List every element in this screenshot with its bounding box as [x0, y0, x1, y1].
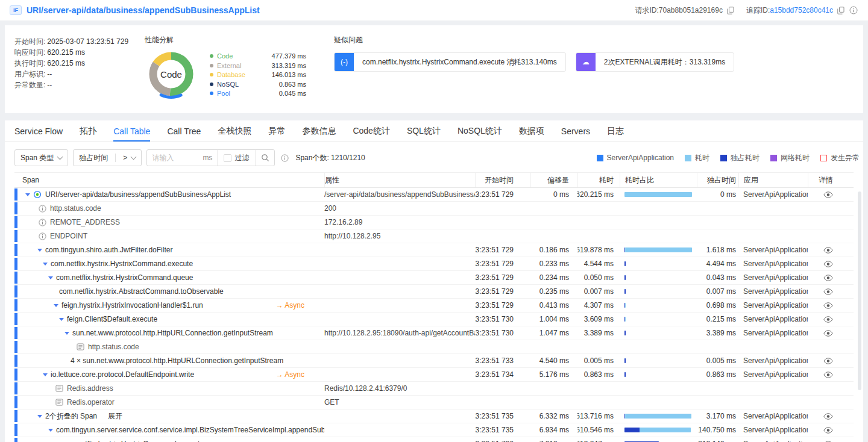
- tab-全栈快照[interactable]: 全栈快照: [218, 120, 251, 142]
- issue-box[interactable]: (-)com.netflix.hystrix.HystrixCommand.ex…: [334, 52, 566, 72]
- view-detail-button[interactable]: [823, 316, 833, 323]
- view-detail-button[interactable]: [823, 302, 833, 309]
- expand-caret-icon[interactable]: [37, 415, 42, 418]
- duration-value: 619.878 ms: [577, 243, 620, 257]
- table-row[interactable]: ENDPOINThttp://10.128.2.95: [14, 229, 854, 243]
- exclusive-time-select[interactable]: 独占时间 >: [73, 149, 142, 166]
- legend-swatch: [770, 155, 777, 161]
- expand-caret-icon[interactable]: [54, 304, 58, 307]
- vertical-scrollbar[interactable]: [858, 191, 861, 390]
- view-detail-button[interactable]: [823, 275, 833, 281]
- view-detail-button[interactable]: [823, 261, 833, 267]
- offset-value: 7.012 ms: [530, 437, 577, 442]
- trace-id-link[interactable]: a15bdd752c80c41c: [770, 6, 833, 14]
- filter-label: 过滤: [234, 153, 249, 163]
- table-row[interactable]: com.netflix.hystrix.AbstractCommand.toOb…: [14, 285, 854, 299]
- tab-nosql统计[interactable]: NoSQL统计: [458, 120, 502, 142]
- view-detail-button[interactable]: [823, 372, 833, 378]
- threshold-input[interactable]: [147, 154, 203, 162]
- expand-collapsed-link[interactable]: 展开: [108, 411, 122, 422]
- view-detail-button[interactable]: [823, 191, 833, 198]
- expand-caret-icon[interactable]: [64, 332, 69, 335]
- issue-text: 2次EXTERNAL调用耗时：313.319ms: [596, 57, 734, 67]
- copy-request-id-icon[interactable]: [726, 5, 735, 15]
- view-detail-button[interactable]: [823, 288, 833, 295]
- attribute-value: 172.16.2.89: [324, 216, 475, 229]
- tab-数据项[interactable]: 数据项: [519, 120, 544, 142]
- tab-call-tree[interactable]: Call Tree: [167, 120, 201, 142]
- tab-sql统计[interactable]: SQL统计: [407, 120, 441, 142]
- uri-type-badge: IF: [10, 5, 22, 15]
- span-count-info-icon[interactable]: [280, 153, 289, 163]
- duration-bar: [624, 261, 626, 266]
- table-row[interactable]: http.status.code200: [14, 202, 854, 216]
- info-icon[interactable]: [849, 5, 858, 15]
- expand-caret-icon[interactable]: [43, 373, 48, 376]
- tab-call-table[interactable]: Call Table: [113, 120, 150, 142]
- legend-label: 耗时: [695, 153, 709, 163]
- table-row[interactable]: com.tingyun.shiro.auth.JwtFilter.doFilte…: [14, 243, 854, 257]
- table-row[interactable]: REMOTE_ADDRESS172.16.2.89: [14, 216, 854, 229]
- tab-service-flow[interactable]: Service Flow: [14, 120, 63, 142]
- exclusive-value: [697, 396, 738, 409]
- expand-caret-icon[interactable]: [48, 429, 53, 432]
- table-row[interactable]: 2个折叠的 Span展开13:23:51 7356.332 ms613.716 …: [14, 409, 854, 423]
- offset-value: [530, 202, 577, 215]
- table-row[interactable]: io.lettuce.core.protocol.DefaultEndpoint…: [14, 368, 854, 382]
- tab-日志[interactable]: 日志: [607, 120, 624, 142]
- call-table-body: URI/server-api/data/business/appendSubBu…: [14, 188, 854, 442]
- info-icon: [39, 232, 46, 240]
- tab-异常[interactable]: 异常: [268, 120, 285, 142]
- view-detail-button[interactable]: [823, 413, 833, 420]
- legend-name: Database: [217, 71, 245, 78]
- tab-servers[interactable]: Servers: [561, 120, 590, 142]
- table-row[interactable]: com.tingyun.server.service.conf.service.…: [14, 423, 854, 437]
- table-row[interactable]: URI/server-api/data/business/appendSubBu…: [14, 188, 854, 202]
- top-bar: IF URI/server-api/data/business/appendSu…: [0, 0, 868, 20]
- table-row[interactable]: com.netflix.hystrix.HystrixCommand.queue…: [14, 271, 854, 285]
- offset-value: [530, 340, 577, 353]
- call-table: Span属性开始时间偏移量耗时耗时占比独占时间应用详情 URI/server-a…: [14, 172, 854, 442]
- offset-value: 6.332 ms: [530, 409, 577, 423]
- exclusive-duration-bar: [624, 428, 640, 432]
- view-detail-button[interactable]: [823, 247, 833, 254]
- stat-value: 2025-03-07 13:23:51 729: [47, 36, 128, 47]
- table-row[interactable]: 4 × sun.net.www.protocol.http.HttpURLCon…: [14, 354, 854, 368]
- table-row[interactable]: Redis.operatorGET: [14, 396, 854, 409]
- tab-拓扑[interactable]: 拓扑: [80, 120, 96, 142]
- span-type-select[interactable]: Span 类型: [14, 149, 68, 166]
- table-row[interactable]: sun.net.www.protocol.http.HttpURLConnect…: [14, 326, 854, 340]
- issue-box[interactable]: ☁2次EXTERNAL调用耗时：313.319ms: [576, 52, 734, 72]
- exclusive-value: 313.140 ms: [697, 437, 738, 442]
- legend-value: 0.045 ms: [279, 90, 306, 97]
- duration-value: 0.050 ms: [577, 271, 620, 284]
- table-row[interactable]: feign.Client$Default.execute13:23:51 730…: [14, 313, 854, 326]
- column-header: 应用: [738, 173, 808, 187]
- view-detail-icon: [823, 372, 833, 378]
- tab-code统计[interactable]: Code统计: [353, 120, 389, 142]
- expand-caret-icon[interactable]: [37, 249, 42, 252]
- threshold-input-group: ms 过滤: [146, 149, 275, 166]
- filter-checkbox[interactable]: [224, 154, 231, 162]
- span-count-label: Span个数: 1210/1210: [295, 153, 365, 163]
- table-row[interactable]: com.netflix.hystrix.HystrixCommand.execu…: [14, 437, 854, 442]
- expand-caret-icon[interactable]: [25, 193, 30, 196]
- table-row[interactable]: feign.hystrix.HystrixInvocationHandler$1…: [14, 299, 854, 313]
- table-row[interactable]: Redis.addressRedis/10.128.2.41:6379/0: [14, 382, 854, 396]
- duration-value: 610.546 ms: [577, 423, 620, 437]
- view-detail-button[interactable]: [823, 330, 833, 337]
- table-row[interactable]: http.status.code: [14, 340, 854, 354]
- legend-value: 146.013 ms: [272, 71, 306, 78]
- stat-row: 执行时间:620.215 ms: [14, 58, 136, 69]
- search-button[interactable]: [255, 150, 274, 166]
- view-detail-button[interactable]: [823, 358, 833, 364]
- tab-参数信息[interactable]: 参数信息: [302, 120, 336, 142]
- exclusive-duration-bar: [624, 331, 626, 335]
- copy-trace-id-icon[interactable]: [836, 5, 846, 15]
- view-detail-button[interactable]: [823, 427, 833, 434]
- table-row[interactable]: com.netflix.hystrix.HystrixCommand.execu…: [14, 257, 854, 271]
- expand-caret-icon[interactable]: [48, 276, 53, 279]
- expand-caret-icon[interactable]: [43, 263, 48, 266]
- expand-caret-icon[interactable]: [59, 318, 64, 321]
- stat-value: --: [47, 69, 52, 79]
